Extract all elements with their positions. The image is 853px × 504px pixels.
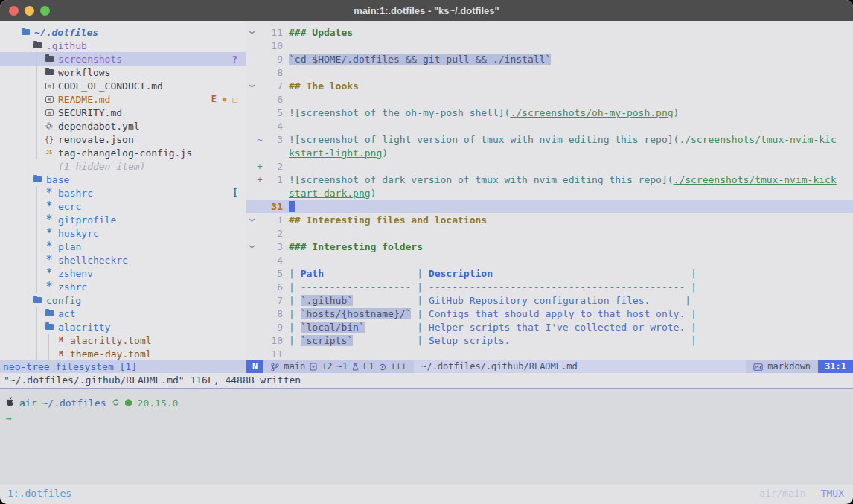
buffer-line[interactable]: start-dark.png) (246, 186, 853, 200)
buffer-line[interactable]: 3### Interesting folders (246, 240, 853, 253)
file-tree[interactable]: ~/.dotfiles.githubscreenshots?workflowsM… (0, 21, 246, 360)
buffer-line[interactable]: 1## Interesting files and locations (246, 213, 853, 226)
git-sign (257, 80, 264, 92)
minimize-window-button[interactable] (25, 6, 34, 16)
git-sign (257, 268, 264, 279)
buffer-line[interactable]: 5![screenshot of the oh-my-posh shell](.… (246, 106, 853, 119)
buffer-line[interactable]: ~3![screenshot of light version of tmux … (246, 133, 853, 146)
buffer-line[interactable]: 5| Path | Description | (246, 267, 853, 280)
fold-marker-icon[interactable] (246, 243, 257, 250)
buffer-line[interactable]: 11 (246, 347, 853, 360)
text-segment: | (685, 308, 697, 319)
tree-item-config[interactable]: config (0, 293, 246, 307)
git-sign (257, 40, 264, 51)
shell-pane[interactable]: air ~/.dotfiles 20.15.0 → (0, 389, 853, 485)
titlebar: main:1:.dotfiles - "ks~/.dotfiles" (0, 0, 853, 21)
buffer-line[interactable]: 7| `.github` | GitHub Repository configu… (246, 293, 853, 307)
text-segment: | (411, 308, 428, 319)
filetype-label: markdown (767, 360, 811, 373)
dotfile-star-icon: * (45, 283, 54, 290)
dotfile-star-icon: * (45, 269, 54, 277)
buffer-line[interactable]: +2 (246, 159, 853, 173)
markdown-buffer[interactable]: 11### Updates 10 9`cd $HOME/.dotfiles &&… (246, 21, 853, 360)
file-diff-icon (310, 363, 317, 371)
git-sign (257, 308, 264, 319)
modified-badge: □ (232, 95, 237, 103)
close-window-button[interactable] (9, 6, 19, 16)
tmux-window-name[interactable]: 1:.dotfiles (7, 488, 71, 499)
buffer-line[interactable]: 8| `hosts/{hostname}/` | Configs that sh… (246, 307, 853, 320)
markdown-file-glyph: M (45, 83, 54, 89)
current-file-path: ~/.dotfiles/.github/README.md (421, 360, 578, 373)
line-number: 3 (264, 241, 283, 252)
zoom-window-button[interactable] (40, 6, 50, 16)
tmux-session-name: air/main (759, 488, 806, 499)
buffer-line[interactable]: 10 (246, 39, 853, 52)
git-sign (257, 67, 264, 78)
text-segment: | (289, 335, 301, 346)
text-segment: ------------------- (301, 281, 412, 293)
mode-indicator: N (246, 360, 263, 373)
git-sign (257, 255, 264, 266)
buffer-line[interactable]: 31 (246, 200, 853, 213)
tree-item-label: ecrc (58, 201, 81, 212)
buffer-line[interactable]: +1![screenshot of dark version of tmux w… (246, 173, 853, 186)
git-sign (257, 335, 264, 346)
fold-marker-icon[interactable] (246, 83, 257, 89)
fold-marker-icon[interactable] (246, 217, 257, 223)
editor-statusline: N main +2 ~1 E1 (246, 360, 853, 373)
text-segment: GitHub Repository configuration files. (429, 295, 650, 306)
block-cursor (289, 201, 295, 212)
buffer-line[interactable]: 6| ------------------- | ---------------… (246, 280, 853, 293)
text-segment: ) (371, 188, 377, 199)
node-icon (125, 399, 132, 406)
buffer-line[interactable]: 7## The looks (246, 79, 853, 92)
tree-item-label: screenshots (58, 54, 122, 65)
tree-item--1-hidden-item-[interactable]: (1 hidden item) (0, 159, 246, 173)
line-number: 1 (264, 174, 283, 185)
tree-item-label: zshenv (58, 268, 93, 279)
buffer-line[interactable]: 11### Updates (246, 25, 853, 39)
buffer-line[interactable]: 9| `local/bin` | Helper scripts that I'v… (246, 320, 853, 334)
text-segment: ## The looks (289, 80, 359, 92)
git-sign (257, 188, 264, 199)
text-segment: Setup scripts. (429, 335, 511, 346)
line-number: 3 (264, 134, 283, 145)
buffer-line[interactable]: 4 (246, 119, 853, 133)
git-sign (257, 147, 264, 159)
buffer-line[interactable]: 4 (246, 253, 853, 267)
buffer-line[interactable]: 10| `scripts` | Setup scripts. | (246, 334, 853, 347)
tree-item-label: act (58, 308, 75, 319)
dotfile-star-icon: * (45, 243, 54, 250)
tree-item-label: config (46, 295, 81, 306)
line-number: 5 (264, 268, 283, 279)
buffer-line[interactable]: kstart-light.png) (246, 146, 853, 159)
git-sign: + (257, 174, 264, 185)
text-segment: ) (382, 147, 388, 159)
git-sign (257, 54, 264, 65)
buffer-line[interactable]: 6 (246, 92, 853, 106)
markdown-file-glyph: M (45, 109, 54, 116)
tree-item-label: workflows (58, 67, 110, 78)
dotfile-star-icon: * (45, 256, 54, 264)
folder-icon (45, 310, 54, 316)
prompt-cwd: ~/.dotfiles (42, 398, 106, 409)
git-sign (257, 201, 264, 212)
buffer-line[interactable]: 8 (246, 66, 853, 79)
dotfile-star-icon: * (45, 216, 54, 223)
tree-item--github[interactable]: .github (0, 39, 246, 52)
toml-icon: M (57, 350, 66, 357)
line-number: 8 (264, 67, 283, 78)
buffer-line[interactable]: 2 (246, 226, 853, 240)
tree-item--dotfiles[interactable]: ~/.dotfiles (0, 25, 246, 39)
buffer-line[interactable]: 9`cd $HOME/.dotfiles && git pull && ./in… (246, 52, 853, 66)
tree-item-label: tag-changelog-config.js (58, 147, 192, 159)
tree-item-label: SECURITY.md (58, 107, 122, 118)
markdown-link: ./screenshots/tmux-nvim-kick (674, 174, 837, 185)
text-segment (365, 322, 412, 333)
flask-icon (352, 363, 359, 371)
tree-item-base[interactable]: base (0, 173, 246, 186)
fold-marker-icon[interactable] (246, 29, 257, 36)
tree-item-label: README.md (58, 94, 110, 105)
inline-code-span: `cd $HOME/.dotfiles && git pull && ./ins… (289, 54, 551, 65)
